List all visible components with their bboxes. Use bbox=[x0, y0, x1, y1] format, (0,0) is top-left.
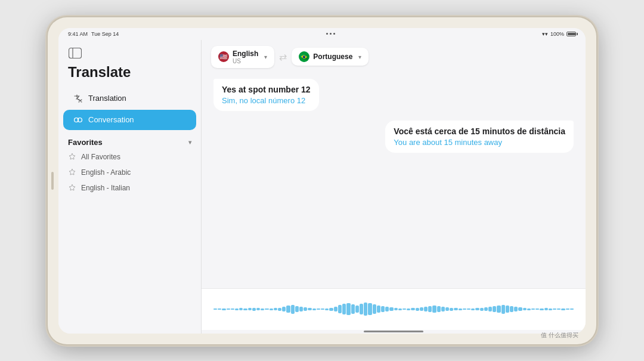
content-area: Translate Translation bbox=[58, 40, 586, 334]
waveform-bar bbox=[540, 308, 543, 310]
waveform-bar bbox=[497, 306, 500, 313]
favorite-italian-label: English - Italian bbox=[81, 184, 130, 192]
favorite-item-all[interactable]: All Favorites bbox=[68, 149, 191, 165]
star-icon-arabic bbox=[68, 168, 76, 177]
waveform-bar bbox=[334, 307, 338, 311]
waveform-bar bbox=[227, 308, 230, 310]
waveform-bar bbox=[432, 306, 436, 313]
waveform-bar bbox=[480, 308, 484, 311]
waveform-bar bbox=[437, 306, 441, 312]
waveform-bar bbox=[342, 304, 346, 314]
favorite-all-label: All Favorites bbox=[81, 153, 120, 161]
battery-icon bbox=[566, 32, 576, 36]
waveform-bar bbox=[570, 308, 574, 310]
waveform-container bbox=[213, 303, 574, 316]
waveform-bar bbox=[428, 306, 432, 312]
waveform-bar bbox=[373, 304, 376, 314]
portuguese-name-group: Portuguese bbox=[313, 53, 352, 61]
waveform-bar bbox=[282, 307, 286, 311]
favorite-arabic-label: English - Arabic bbox=[81, 168, 131, 177]
sidebar-item-translation[interactable]: Translation bbox=[63, 88, 196, 109]
waveform-bar bbox=[450, 308, 453, 311]
waveform-bar bbox=[407, 308, 410, 310]
waveform-bar bbox=[463, 308, 466, 310]
waveform-bar bbox=[535, 308, 539, 310]
waveform-bar bbox=[286, 306, 290, 313]
waveform-bar bbox=[351, 304, 355, 314]
status-time: 9:41 AM bbox=[68, 31, 88, 37]
waveform-bar bbox=[325, 308, 329, 310]
waveform-bar bbox=[445, 307, 449, 311]
status-bar-left: 9:41 AM Tue Sep 14 bbox=[68, 31, 119, 37]
message-2-translation: You are about 15 minutes away bbox=[394, 138, 565, 147]
message-1: Yes at spot number 12 Sim, no local núme… bbox=[213, 79, 319, 111]
sidebar-item-conversation[interactable]: Conversation bbox=[63, 110, 196, 130]
waveform-bar bbox=[265, 308, 268, 310]
waveform-bar bbox=[381, 306, 385, 312]
pt-flag: 🇧🇷 bbox=[299, 51, 309, 62]
favorites-header[interactable]: Favorites ▾ bbox=[68, 138, 191, 147]
waveform-bar bbox=[441, 307, 445, 311]
waveform-bar bbox=[312, 308, 316, 310]
side-button[interactable] bbox=[51, 172, 54, 190]
waveform-bar bbox=[420, 307, 423, 311]
portuguese-chevron: ▾ bbox=[358, 54, 361, 60]
waveform-bar bbox=[475, 308, 479, 310]
sidebar-header bbox=[58, 47, 201, 64]
language-divider: ⇄ bbox=[279, 51, 287, 63]
status-bar-center bbox=[326, 33, 335, 35]
portuguese-name: Portuguese bbox=[313, 53, 352, 61]
translation-icon bbox=[73, 93, 83, 104]
svg-rect-0 bbox=[69, 48, 82, 58]
waveform-bar bbox=[248, 308, 252, 310]
star-icon-all bbox=[68, 153, 76, 161]
waveform-bar bbox=[488, 307, 492, 311]
waveform-bar bbox=[377, 306, 380, 313]
waveform-bar bbox=[549, 308, 552, 310]
ipad-frame: 9:41 AM Tue Sep 14 ▾▾ 100% bbox=[48, 17, 596, 344]
ipad-screen: 9:41 AM Tue Sep 14 ▾▾ 100% bbox=[58, 28, 586, 334]
waveform-bar bbox=[394, 308, 398, 310]
language-selector-portuguese[interactable]: 🇧🇷 Portuguese ▾ bbox=[292, 48, 369, 66]
main-area: 🇺🇸 English US ▾ ⇄ 🇧🇷 Portuguese bbox=[202, 40, 586, 334]
waveform-bar bbox=[471, 308, 475, 310]
waveform-bar bbox=[304, 307, 307, 311]
waveform-bar bbox=[278, 308, 281, 311]
status-bar-right: ▾▾ 100% bbox=[542, 31, 576, 37]
english-sub: US bbox=[233, 58, 258, 64]
waveform-bar bbox=[389, 307, 393, 311]
waveform-bar bbox=[213, 308, 217, 310]
us-flag: 🇺🇸 bbox=[218, 51, 229, 62]
waveform-bar bbox=[243, 308, 247, 310]
english-name: English bbox=[233, 50, 258, 58]
waveform-bar bbox=[424, 307, 428, 311]
message-2: Você está cerca de 15 minutos de distânc… bbox=[385, 121, 574, 153]
waveform-bar bbox=[235, 308, 239, 310]
watermark: 值 什么值得买 bbox=[541, 331, 578, 340]
waveform-bar bbox=[398, 308, 402, 310]
sidebar-panel-icon[interactable] bbox=[68, 47, 82, 59]
waveform-bar bbox=[368, 303, 371, 315]
translation-label: Translation bbox=[88, 94, 126, 103]
waveform-bar bbox=[553, 308, 556, 310]
favorite-item-italian[interactable]: English - Italian bbox=[68, 180, 191, 196]
waveform-bar bbox=[459, 308, 462, 310]
waveform-bar bbox=[308, 308, 311, 310]
favorite-item-arabic[interactable]: English - Arabic bbox=[68, 165, 191, 180]
waveform-bar bbox=[566, 308, 569, 310]
dot-2 bbox=[330, 33, 332, 35]
waveform-bar bbox=[510, 306, 513, 312]
language-bar: 🇺🇸 English US ▾ ⇄ 🇧🇷 Portuguese bbox=[202, 40, 586, 74]
waveform-bar bbox=[518, 307, 522, 311]
language-selector-english[interactable]: 🇺🇸 English US ▾ bbox=[211, 46, 274, 68]
dot-1 bbox=[326, 33, 328, 35]
status-bar: 9:41 AM Tue Sep 14 ▾▾ 100% bbox=[58, 28, 586, 40]
waveform-bar bbox=[527, 308, 531, 310]
waveform-bar bbox=[329, 308, 333, 311]
waveform-bar bbox=[467, 308, 470, 310]
favorites-section: Favorites ▾ All Favorites bbox=[58, 131, 201, 198]
waveform-bar bbox=[501, 305, 505, 314]
waveform-bar bbox=[252, 308, 256, 311]
waveform-bar bbox=[523, 308, 527, 310]
message-1-translation: Sim, no local número 12 bbox=[222, 96, 311, 105]
